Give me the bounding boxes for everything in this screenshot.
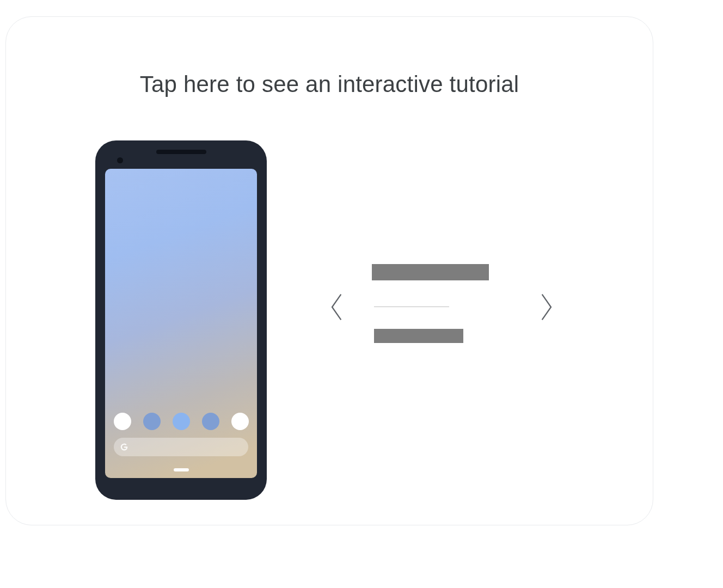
phone-illustration <box>95 140 267 500</box>
placeholder-divider <box>374 307 449 307</box>
placeholder-bar-2 <box>374 329 463 343</box>
phone-speaker <box>156 150 206 154</box>
dock-app-4 <box>202 413 219 430</box>
phone-screen <box>105 169 257 478</box>
phone-search-bar <box>114 438 248 456</box>
tutorial-card[interactable]: Tap here to see an interactive tutorial <box>5 16 653 525</box>
chevron-left-icon <box>328 292 344 322</box>
text-placeholder-block <box>372 264 489 343</box>
phone-dock <box>105 413 257 430</box>
next-arrow[interactable] <box>540 292 555 322</box>
dock-app-2 <box>143 413 161 430</box>
prev-arrow[interactable] <box>328 292 344 322</box>
headline-text: Tap here to see an interactive tutorial <box>6 71 653 97</box>
phone-front-camera <box>117 157 123 163</box>
google-g-icon <box>119 442 129 452</box>
placeholder-bar-1 <box>372 264 489 280</box>
phone-home-indicator <box>174 468 189 471</box>
dock-app-5 <box>231 413 249 430</box>
dock-app-3 <box>173 413 190 430</box>
dock-app-1 <box>114 413 131 430</box>
chevron-right-icon <box>540 292 555 322</box>
